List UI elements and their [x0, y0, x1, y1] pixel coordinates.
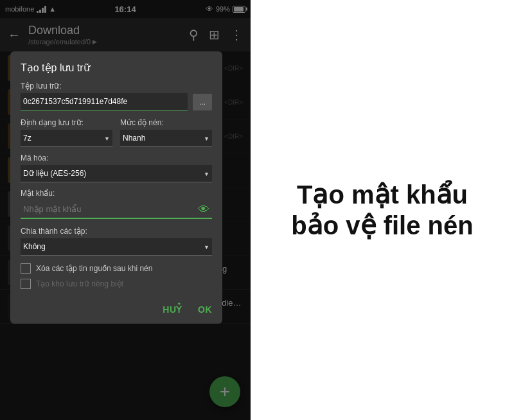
compression-select[interactable]: Nhanh Bình thường Tốt nhất [120, 130, 212, 147]
separate-archive-label: Tạo kho lưu trữ riêng biệt [36, 279, 123, 288]
delete-source-checkbox[interactable] [21, 263, 31, 274]
format-label: Định dạng lưu trữ: [21, 118, 112, 127]
archive-dialog: Tạo tệp lưu trữ Tệp lưu trữ: ... Định dạ… [10, 51, 222, 324]
compression-col: Mức độ nén: Nhanh Bình thường Tốt nhất [120, 118, 212, 147]
encryption-select-wrapper: Dữ liệu (AES-256) Không [21, 165, 212, 182]
dialog-actions: HUỶ OK [10, 297, 222, 324]
split-select[interactable]: Không 100MB 700MB [21, 238, 212, 256]
right-panel: Tạo mật khẩu bảo vệ file nén [251, 0, 514, 420]
password-input-row: 👁 [21, 200, 212, 219]
checkbox-row-2: Tạo kho lưu trữ riêng biệt [21, 279, 212, 289]
format-select-wrapper: 7z zip tar [21, 130, 112, 147]
cancel-button[interactable]: HUỶ [163, 304, 182, 315]
format-compression-row: Định dạng lưu trữ: 7z zip tar Mức độ nén… [21, 118, 212, 147]
encryption-select[interactable]: Dữ liệu (AES-256) Không [21, 165, 212, 182]
format-col: Định dạng lưu trữ: 7z zip tar [21, 118, 112, 147]
dialog-overlay: Tạo tệp lưu trữ Tệp lưu trữ: ... Định dạ… [0, 0, 251, 420]
promo-text: Tạo mật khẩu bảo vệ file nén [271, 179, 493, 241]
password-input[interactable] [21, 200, 212, 218]
compression-label: Mức độ nén: [120, 118, 212, 127]
eye-icon[interactable]: 👁 [198, 202, 209, 216]
format-select[interactable]: 7z zip tar [21, 130, 112, 147]
dialog-body: Tệp lưu trữ: ... Định dạng lưu trữ: 7z z… [10, 79, 222, 297]
split-label: Chia thành các tập: [21, 227, 212, 236]
checkbox-row-1: Xóa các tập tin nguồn sau khi nén [21, 263, 212, 274]
file-name-input[interactable] [21, 93, 188, 110]
separate-archive-checkbox[interactable] [21, 279, 31, 289]
phone-panel: mobifone ▲ 16:14 👁 99% ← Download /stora… [0, 0, 251, 420]
password-label: Mật khẩu: [21, 189, 212, 198]
file-input-row: ... [21, 93, 212, 110]
file-label: Tệp lưu trữ: [21, 82, 212, 91]
dialog-title: Tạo tệp lưu trữ [10, 51, 222, 79]
delete-source-label: Xóa các tập tin nguồn sau khi nén [36, 264, 152, 273]
encryption-label: Mã hóa: [21, 153, 212, 162]
compression-select-wrapper: Nhanh Bình thường Tốt nhất [120, 130, 212, 147]
browse-button[interactable]: ... [193, 94, 212, 110]
split-select-wrapper: Không 100MB 700MB [21, 238, 212, 256]
ok-button[interactable]: OK [198, 304, 212, 315]
